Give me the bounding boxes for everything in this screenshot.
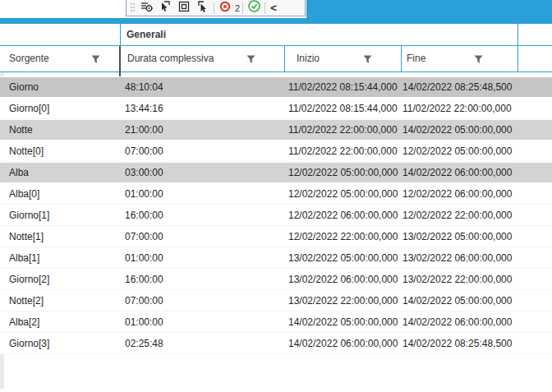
titlebar-background xyxy=(306,0,552,18)
cell-inizio[interactable]: 11/02/2022 08:15:44,000 xyxy=(288,98,398,119)
column-header-row: Sorgente Durata complessiva Inizio Fine xyxy=(0,46,552,72)
cell-inizio[interactable]: 13/02/2022 22:00:00,000 xyxy=(288,290,398,311)
cell-fine[interactable]: 14/02/2022 08:25:48,500 xyxy=(402,76,550,98)
cursor-bracket-button[interactable] xyxy=(195,1,211,16)
cell-sorgente[interactable]: Alba[0] xyxy=(9,183,116,205)
cell-sorgente[interactable]: Giorno[2] xyxy=(9,269,116,290)
cell-fine[interactable]: 14/02/2022 05:00:00,000 xyxy=(402,119,550,141)
cell-durata[interactable]: 48:10:04 xyxy=(125,76,281,98)
cell-sorgente[interactable]: Notte[2] xyxy=(9,290,116,311)
cell-inizio[interactable]: 11/02/2022 22:00:00,000 xyxy=(288,119,398,141)
cell-inizio[interactable]: 12/02/2022 22:00:00,000 xyxy=(288,226,398,247)
error-count-badge: 2 xyxy=(235,1,240,16)
cell-inizio[interactable]: 12/02/2022 05:00:00,000 xyxy=(288,183,398,205)
table-row[interactable]: Alba[2] 01:00:00 14/02/2022 05:00:00,000… xyxy=(0,311,552,333)
group-header-generali[interactable]: Generali xyxy=(120,24,518,45)
cell-durata[interactable]: 21:00:00 xyxy=(125,119,281,141)
cursor-flag-button[interactable] xyxy=(157,1,173,16)
column-header-sorgente[interactable]: Sorgente xyxy=(4,46,120,71)
table-row[interactable]: Alba[1] 01:00:00 13/02/2022 05:00:00,000… xyxy=(0,247,552,269)
cell-fine[interactable]: 14/02/2022 08:25:48,500 xyxy=(402,333,550,354)
cell-sorgente[interactable]: Giorno[3] xyxy=(9,333,116,354)
cell-durata[interactable]: 13:44:16 xyxy=(125,98,281,119)
cell-durata[interactable]: 01:00:00 xyxy=(125,247,281,269)
cell-fine[interactable]: 13/02/2022 22:00:00,000 xyxy=(402,269,550,290)
table-row[interactable]: Giorno[3] 02:25:48 14/02/2022 06:00:00,0… xyxy=(0,333,552,354)
table-row[interactable]: Alba[0] 01:00:00 12/02/2022 05:00:00,000… xyxy=(0,183,552,205)
square-in-square-icon xyxy=(177,0,191,16)
table-row[interactable]: Notte 21:00:00 11/02/2022 22:00:00,000 1… xyxy=(0,119,552,141)
cell-fine[interactable]: 13/02/2022 05:00:00,000 xyxy=(402,226,550,247)
table-row[interactable]: Giorno[1] 16:00:00 12/02/2022 06:00:00,0… xyxy=(0,205,552,226)
cell-durata[interactable]: 01:00:00 xyxy=(125,311,281,333)
toolbar-separator xyxy=(242,2,243,14)
toolbar-grip-handle[interactable] xyxy=(130,2,136,15)
cell-durata[interactable]: 03:00:00 xyxy=(125,162,281,183)
cell-fine[interactable]: 11/02/2022 22:00:00,000 xyxy=(402,98,550,119)
cell-fine[interactable]: 14/02/2022 06:00:00,000 xyxy=(402,162,550,183)
grid-rows: Giorno 48:10:04 11/02/2022 08:15:44,000 … xyxy=(0,76,552,354)
cell-durata[interactable]: 01:00:00 xyxy=(125,183,281,205)
toolbar-separator xyxy=(264,2,265,14)
record-errors-button[interactable] xyxy=(217,1,233,16)
cell-durata[interactable]: 07:00:00 xyxy=(125,290,281,311)
cell-sorgente[interactable]: Alba xyxy=(9,162,116,183)
top-bar: 2 < xyxy=(0,0,552,18)
cell-fine[interactable]: 12/02/2022 22:00:00,000 xyxy=(402,205,550,226)
table-row[interactable]: Giorno[2] 16:00:00 13/02/2022 06:00:00,0… xyxy=(0,269,552,290)
filter-funnel-icon[interactable] xyxy=(90,53,101,64)
filter-funnel-icon[interactable] xyxy=(362,53,373,64)
column-header-durata[interactable]: Durata complessiva xyxy=(121,46,283,71)
cell-sorgente[interactable]: Giorno[1] xyxy=(9,205,116,226)
cell-sorgente[interactable]: Giorno xyxy=(9,76,116,98)
cell-fine[interactable]: 12/02/2022 06:00:00,000 xyxy=(402,183,550,205)
cell-inizio[interactable]: 13/02/2022 06:00:00,000 xyxy=(288,269,398,290)
cell-inizio[interactable]: 12/02/2022 05:00:00,000 xyxy=(288,162,398,183)
cell-inizio[interactable]: 14/02/2022 06:00:00,000 xyxy=(288,333,398,354)
cell-sorgente[interactable]: Alba[2] xyxy=(9,311,116,333)
table-row[interactable]: Giorno[0] 13:44:16 11/02/2022 08:15:44,0… xyxy=(0,98,552,119)
cell-sorgente[interactable]: Giorno[0] xyxy=(9,98,116,119)
cursor-flag-icon xyxy=(159,0,172,16)
table-row[interactable]: Notte[0] 07:00:00 11/02/2022 22:00:00,00… xyxy=(0,141,552,162)
filter-funnel-icon[interactable] xyxy=(246,53,256,64)
list-target-icon xyxy=(140,0,154,16)
table-row[interactable]: Alba 03:00:00 12/02/2022 05:00:00,000 14… xyxy=(0,162,552,183)
cell-durata[interactable]: 16:00:00 xyxy=(125,205,281,226)
cell-durata[interactable]: 07:00:00 xyxy=(125,141,281,162)
filter-funnel-icon[interactable] xyxy=(473,53,484,64)
column-header-inizio[interactable]: Inizio xyxy=(284,46,400,71)
cell-durata[interactable]: 16:00:00 xyxy=(125,269,281,290)
record-error-icon xyxy=(218,0,232,16)
cell-sorgente[interactable]: Notte xyxy=(9,119,116,141)
cell-durata[interactable]: 07:00:00 xyxy=(125,226,281,247)
validate-button[interactable] xyxy=(246,1,262,16)
cell-sorgente[interactable]: Notte[1] xyxy=(9,226,116,247)
check-circle-icon xyxy=(247,0,261,16)
cell-sorgente[interactable]: Alba[1] xyxy=(9,247,116,269)
debug-toolbar: 2 < xyxy=(126,0,306,16)
cell-fine[interactable]: 12/02/2022 05:00:00,000 xyxy=(402,141,550,162)
toolbar-separator xyxy=(214,2,214,14)
app-window: 2 < Generali Sor xyxy=(0,0,552,392)
square-in-square-button[interactable] xyxy=(176,1,192,16)
cursor-bracket-icon xyxy=(196,0,209,16)
cell-durata[interactable]: 02:25:48 xyxy=(125,333,281,354)
collapse-chevron-button[interactable]: < xyxy=(268,1,279,16)
blue-divider-strip xyxy=(0,18,552,24)
table-row[interactable]: Notte[1] 07:00:00 12/02/2022 22:00:00,00… xyxy=(0,226,552,247)
cell-fine[interactable]: 14/02/2022 06:00:00,000 xyxy=(402,311,550,333)
table-row[interactable]: Giorno 48:10:04 11/02/2022 08:15:44,000 … xyxy=(0,76,552,98)
cell-inizio[interactable]: 12/02/2022 06:00:00,000 xyxy=(288,205,398,226)
cell-inizio[interactable]: 13/02/2022 05:00:00,000 xyxy=(288,247,398,269)
cell-inizio[interactable]: 11/02/2022 08:15:44,000 xyxy=(288,76,398,98)
cell-inizio[interactable]: 11/02/2022 22:00:00,000 xyxy=(288,141,398,162)
cell-fine[interactable]: 13/02/2022 06:00:00,000 xyxy=(402,247,550,269)
cell-sorgente[interactable]: Notte[0] xyxy=(9,141,116,162)
data-grid: Generali Sorgente Durata complessiva Ini… xyxy=(0,24,552,392)
cell-fine[interactable]: 14/02/2022 05:00:00,000 xyxy=(402,290,550,311)
table-row[interactable]: Notte[2] 07:00:00 13/02/2022 22:00:00,00… xyxy=(0,290,552,311)
column-header-fine[interactable]: Fine xyxy=(401,46,518,71)
list-target-button[interactable] xyxy=(138,1,154,16)
cell-inizio[interactable]: 14/02/2022 05:00:00,000 xyxy=(288,311,398,333)
